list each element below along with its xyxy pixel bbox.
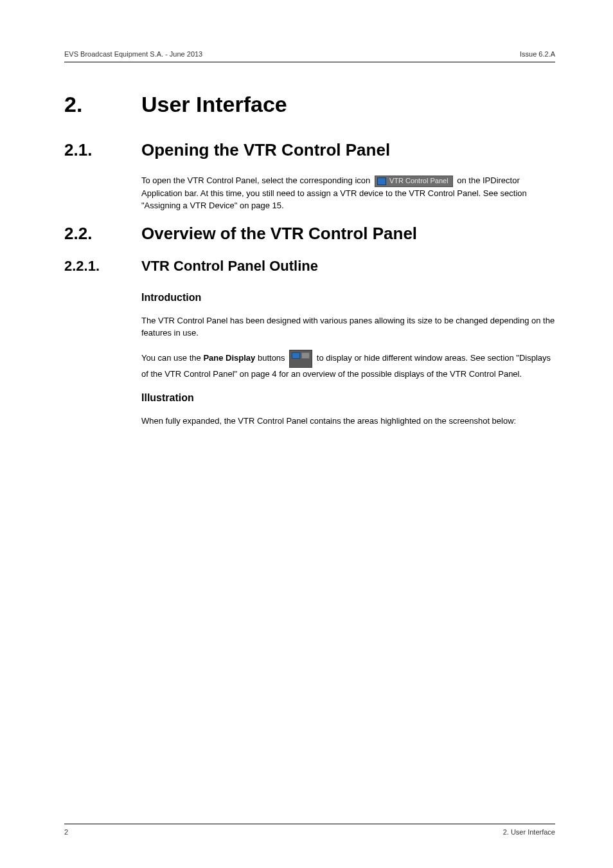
pane-tile-icon (301, 352, 310, 359)
header-right: Issue 6.2.A (520, 50, 555, 58)
heading-2-1-title: Opening the VTR Control Panel (141, 140, 390, 160)
heading-2-1: 2.1. Opening the VTR Control Panel (64, 140, 555, 160)
vtr-control-panel-icon: VTR Control Panel (375, 176, 453, 187)
text: buttons (258, 353, 287, 363)
text: To open the VTR Control Panel, select th… (141, 176, 373, 185)
heading-3-221: 2.2.1. VTR Control Panel Outline (64, 258, 555, 275)
heading-2-2-number: 2.2. (64, 224, 141, 244)
paragraph-intro-2: You can use the Pane Display buttons to … (141, 350, 555, 381)
heading-4-illustration: Illustration (141, 390, 555, 406)
footer-page-number: 2 (64, 828, 68, 836)
vtr-icon-glyph (377, 177, 386, 185)
heading-2-1-number: 2.1. (64, 140, 141, 160)
header-left: EVS Broadcast Equipment S.A. - June 2013 (64, 50, 202, 58)
pane-tile-icon (292, 352, 300, 359)
paragraph-open-panel: To open the VTR Control Panel, select th… (141, 174, 555, 212)
heading-1: 2. User Interface (64, 92, 555, 117)
text-bold-pane-display: Pane Display (203, 353, 255, 363)
text: You can use the (141, 353, 203, 363)
page-header: EVS Broadcast Equipment S.A. - June 2013… (64, 50, 555, 62)
heading-2-2-title: Overview of the VTR Control Panel (141, 224, 417, 244)
heading-1-number: 2. (64, 92, 141, 117)
paragraph-illustration: When fully expanded, the VTR Control Pan… (141, 415, 555, 428)
paragraph-intro-1: The VTR Control Panel has been designed … (141, 314, 555, 339)
page-footer: 2 2. User Interface (64, 824, 555, 836)
heading-2-2: 2.2. Overview of the VTR Control Panel (64, 224, 555, 244)
heading-1-title: User Interface (141, 92, 287, 117)
heading-4-introduction: Introduction (141, 290, 555, 305)
footer-section: 2. User Interface (503, 828, 555, 836)
vtr-icon-label: VTR Control Panel (389, 176, 449, 186)
heading-3-221-title: VTR Control Panel Outline (141, 258, 318, 275)
pane-display-buttons-icon (289, 350, 312, 368)
heading-3-221-number: 2.2.1. (64, 258, 141, 275)
